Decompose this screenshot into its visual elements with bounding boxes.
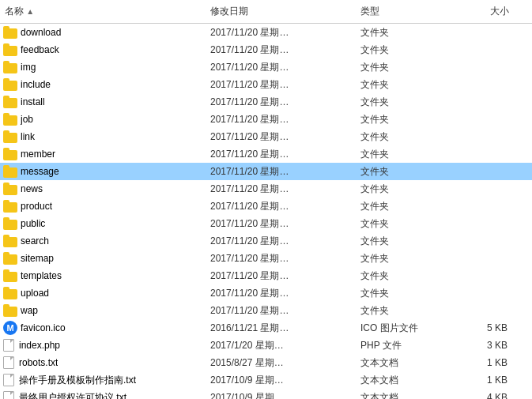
table-row[interactable]: product2017/11/20 星期…文件夹 [0,198,532,215]
cell-type: 文件夹 [356,78,451,92]
cell-type: 文件夹 [356,26,451,40]
table-row[interactable]: job2017/11/20 星期…文件夹 [0,111,532,128]
table-row[interactable]: public2017/11/20 星期…文件夹 [0,215,532,232]
cell-type: PHP 文件 [356,339,451,352]
table-row[interactable]: templates2017/11/20 星期…文件夹 [0,267,532,284]
cell-type: ICO 图片文件 [356,322,451,335]
folder-icon [3,113,17,126]
folder-icon [3,183,17,195]
table-header: 名称 ▲ 修改日期 类型 大小 [0,0,532,24]
cell-type: 文件夹 [356,200,451,213]
filename-label: job [21,114,33,125]
folder-icon [3,200,17,213]
cell-name: news [0,183,206,195]
cell-name: upload [0,287,206,299]
cell-type: 文件夹 [356,148,451,161]
cell-date: 2017/11/20 星期… [206,26,356,40]
folder-icon [3,96,17,108]
header-type-label: 类型 [360,6,379,17]
cell-name: include [0,78,206,91]
header-name[interactable]: 名称 ▲ [0,3,206,20]
cell-name: download [0,26,206,39]
table-row[interactable]: wap2017/11/20 星期…文件夹 [0,302,532,319]
cell-size: 3 KB [451,340,514,351]
header-name-label: 名称 [5,6,24,17]
folder-icon [3,165,17,178]
header-type[interactable]: 类型 [356,3,451,20]
table-row[interactable]: upload2017/11/20 星期…文件夹 [0,284,532,302]
table-row[interactable]: link2017/11/20 星期…文件夹 [0,128,532,145]
cell-name: message [0,165,206,178]
cell-size: 1 KB [451,357,514,368]
folder-icon [3,61,17,73]
table-row[interactable]: search2017/11/20 星期…文件夹 [0,232,532,250]
cell-date: 2017/11/20 星期… [206,200,356,213]
cell-name: img [0,61,206,73]
cell-date: 2017/11/20 星期… [206,217,356,231]
cell-name: link [0,130,206,143]
cell-date: 2017/11/20 星期… [206,183,356,196]
filename-label: link [21,131,35,142]
filename-label: img [21,62,36,73]
file-list: 名称 ▲ 修改日期 类型 大小 download2017/11/20 星期…文件… [0,0,532,399]
filename-label: index.php [19,340,60,351]
table-row[interactable]: feedback2017/11/20 星期…文件夹 [0,41,532,58]
cell-type: 文件夹 [356,269,451,283]
filename-label: 操作手册及模板制作指南.txt [19,374,136,387]
cell-size: 1 KB [451,375,514,386]
cell-date: 2017/11/20 星期… [206,96,356,109]
cell-name: robots.txt [0,356,206,369]
cell-type: 文件夹 [356,61,451,74]
cell-type: 文件夹 [356,287,451,300]
table-row[interactable]: index.php2017/1/20 星期…PHP 文件3 KB [0,337,532,354]
header-date[interactable]: 修改日期 [206,3,356,20]
cell-type: 文件夹 [356,183,451,196]
filename-label: wap [21,305,38,316]
table-row[interactable]: member2017/11/20 星期…文件夹 [0,145,532,163]
cell-type: 文件夹 [356,252,451,265]
folder-icon [3,78,17,91]
favicon-icon: M [3,321,17,335]
table-row[interactable]: sitemap2017/11/20 星期…文件夹 [0,250,532,267]
header-size[interactable]: 大小 [451,3,514,20]
txt-file-icon [3,356,14,369]
table-row[interactable]: download2017/11/20 星期…文件夹 [0,24,532,41]
header-date-label: 修改日期 [210,6,248,17]
filename-label: upload [21,288,49,299]
filename-label: search [21,235,49,247]
table-row[interactable]: 最终用户授权许可协议.txt2017/10/9 星期…文本文档4 KB [0,389,532,399]
table-row[interactable]: Mfavicon.ico2016/11/21 星期…ICO 图片文件5 KB [0,319,532,337]
file-scroll-area[interactable]: download2017/11/20 星期…文件夹feedback2017/11… [0,24,532,399]
cell-name: search [0,235,206,247]
cell-name: install [0,96,206,108]
table-row[interactable]: install2017/11/20 星期…文件夹 [0,93,532,111]
cell-type: 文件夹 [356,304,451,318]
table-row[interactable]: message2017/11/20 星期…文件夹 [0,163,532,180]
table-row[interactable]: include2017/11/20 星期…文件夹 [0,76,532,93]
cell-date: 2016/11/21 星期… [206,322,356,335]
table-row[interactable]: news2017/11/20 星期…文件夹 [0,180,532,198]
cell-date: 2017/1/20 星期… [206,339,356,352]
sort-arrow-icon: ▲ [26,7,34,16]
filename-label: favicon.ico [21,322,66,333]
cell-date: 2017/11/20 星期… [206,78,356,92]
table-row[interactable]: 操作手册及模板制作指南.txt2017/10/9 星期…文本文档1 KB [0,371,532,389]
cell-date: 2017/11/20 星期… [206,113,356,126]
folder-icon [3,148,17,160]
filename-label: product [21,201,52,212]
cell-date: 2017/11/20 星期… [206,165,356,179]
table-row[interactable]: robots.txt2015/8/27 星期…文本文档1 KB [0,354,532,371]
folder-icon [3,217,17,230]
folder-icon [3,269,17,282]
folder-icon [3,43,17,56]
cell-name: wap [0,304,206,317]
cell-name: Mfavicon.ico [0,321,206,335]
txt-file-icon [3,374,14,386]
table-row[interactable]: img2017/11/20 星期…文件夹 [0,58,532,76]
cell-date: 2017/11/20 星期… [206,61,356,74]
folder-icon [3,26,17,39]
cell-name: templates [0,269,206,282]
cell-date: 2017/11/20 星期… [206,43,356,57]
cell-name: public [0,217,206,230]
cell-date: 2017/11/20 星期… [206,269,356,283]
